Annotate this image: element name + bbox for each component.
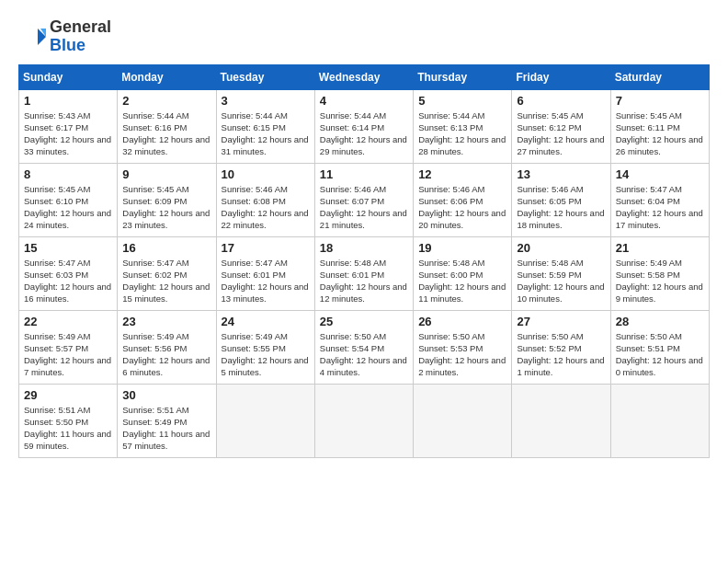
- col-header-thursday: Thursday: [414, 64, 512, 89]
- day-number: 11: [320, 167, 408, 181]
- day-cell: 2 Sunrise: 5:44 AMSunset: 6:16 PMDayligh…: [118, 89, 216, 163]
- col-header-monday: Monday: [118, 64, 216, 89]
- day-number: 28: [616, 315, 704, 328]
- day-info: Sunrise: 5:43 AMSunset: 6:17 PMDaylight:…: [24, 109, 112, 158]
- day-cell: 12 Sunrise: 5:46 AMSunset: 6:06 PMDaylig…: [414, 163, 512, 236]
- day-cell: 18 Sunrise: 5:48 AMSunset: 6:01 PMDaylig…: [314, 236, 413, 310]
- day-cell: 6 Sunrise: 5:45 AMSunset: 6:12 PMDayligh…: [512, 89, 610, 163]
- day-number: 30: [122, 388, 210, 402]
- day-number: 29: [24, 388, 112, 402]
- day-info: Sunrise: 5:45 AMSunset: 6:10 PMDaylight:…: [24, 183, 112, 232]
- day-info: Sunrise: 5:50 AMSunset: 5:52 PMDaylight:…: [517, 330, 605, 379]
- day-cell: 20 Sunrise: 5:48 AMSunset: 5:59 PMDaylig…: [512, 236, 610, 310]
- day-info: Sunrise: 5:47 AMSunset: 6:03 PMDaylight:…: [24, 257, 112, 305]
- day-number: 18: [320, 241, 408, 255]
- day-number: 21: [616, 241, 704, 255]
- logo-general-text: General: [50, 17, 111, 36]
- day-cell: [314, 384, 413, 457]
- day-cell: 4 Sunrise: 5:44 AMSunset: 6:14 PMDayligh…: [314, 89, 413, 163]
- day-number: 24: [222, 315, 310, 328]
- col-header-tuesday: Tuesday: [216, 64, 314, 89]
- day-info: Sunrise: 5:51 AMSunset: 5:49 PMDaylight:…: [122, 404, 210, 453]
- day-info: Sunrise: 5:46 AMSunset: 6:06 PMDaylight:…: [418, 183, 506, 232]
- day-cell: 23 Sunrise: 5:49 AMSunset: 5:56 PMDaylig…: [118, 310, 216, 384]
- day-cell: 5 Sunrise: 5:44 AMSunset: 6:13 PMDayligh…: [414, 89, 512, 163]
- day-info: Sunrise: 5:44 AMSunset: 6:15 PMDaylight:…: [222, 109, 310, 158]
- week-row-4: 22 Sunrise: 5:49 AMSunset: 5:57 PMDaylig…: [19, 310, 710, 384]
- day-cell: 9 Sunrise: 5:45 AMSunset: 6:09 PMDayligh…: [118, 163, 216, 236]
- day-cell: [512, 384, 610, 457]
- day-cell: 10 Sunrise: 5:46 AMSunset: 6:08 PMDaylig…: [216, 163, 314, 236]
- header: General Blue: [18, 18, 710, 55]
- logo-icon: [18, 23, 46, 51]
- day-number: 4: [320, 94, 408, 108]
- day-cell: 19 Sunrise: 5:48 AMSunset: 6:00 PMDaylig…: [414, 236, 512, 310]
- day-cell: 30 Sunrise: 5:51 AMSunset: 5:49 PMDaylig…: [118, 384, 216, 457]
- calendar-table: SundayMondayTuesdayWednesdayThursdayFrid…: [18, 64, 710, 458]
- day-info: Sunrise: 5:44 AMSunset: 6:14 PMDaylight:…: [320, 109, 408, 158]
- day-cell: 28 Sunrise: 5:50 AMSunset: 5:51 PMDaylig…: [610, 310, 709, 384]
- day-info: Sunrise: 5:47 AMSunset: 6:04 PMDaylight:…: [616, 183, 704, 232]
- day-info: Sunrise: 5:49 AMSunset: 5:57 PMDaylight:…: [24, 330, 112, 379]
- day-info: Sunrise: 5:47 AMSunset: 6:02 PMDaylight:…: [122, 257, 210, 305]
- logo: General Blue: [18, 18, 111, 55]
- day-cell: 16 Sunrise: 5:47 AMSunset: 6:02 PMDaylig…: [118, 236, 216, 310]
- day-info: Sunrise: 5:48 AMSunset: 5:59 PMDaylight:…: [517, 257, 605, 305]
- day-cell: 27 Sunrise: 5:50 AMSunset: 5:52 PMDaylig…: [512, 310, 610, 384]
- day-cell: 21 Sunrise: 5:49 AMSunset: 5:58 PMDaylig…: [610, 236, 709, 310]
- week-row-1: 1 Sunrise: 5:43 AMSunset: 6:17 PMDayligh…: [19, 89, 710, 163]
- day-cell: 22 Sunrise: 5:49 AMSunset: 5:57 PMDaylig…: [19, 310, 118, 384]
- day-info: Sunrise: 5:46 AMSunset: 6:08 PMDaylight:…: [222, 183, 310, 232]
- day-number: 17: [222, 241, 310, 255]
- day-number: 3: [222, 94, 310, 108]
- week-row-3: 15 Sunrise: 5:47 AMSunset: 6:03 PMDaylig…: [19, 236, 710, 310]
- day-info: Sunrise: 5:46 AMSunset: 6:07 PMDaylight:…: [320, 183, 408, 232]
- day-cell: 25 Sunrise: 5:50 AMSunset: 5:54 PMDaylig…: [314, 310, 413, 384]
- day-number: 22: [24, 315, 112, 328]
- day-info: Sunrise: 5:49 AMSunset: 5:55 PMDaylight:…: [222, 330, 310, 379]
- day-number: 15: [24, 241, 112, 255]
- day-number: 5: [418, 94, 506, 108]
- day-number: 10: [222, 167, 310, 181]
- day-info: Sunrise: 5:47 AMSunset: 6:01 PMDaylight:…: [222, 257, 310, 305]
- day-info: Sunrise: 5:50 AMSunset: 5:53 PMDaylight:…: [418, 330, 506, 379]
- logo-blue-text: Blue: [50, 36, 85, 54]
- day-cell: 13 Sunrise: 5:46 AMSunset: 6:05 PMDaylig…: [512, 163, 610, 236]
- day-cell: 29 Sunrise: 5:51 AMSunset: 5:50 PMDaylig…: [19, 384, 118, 457]
- day-cell: 7 Sunrise: 5:45 AMSunset: 6:11 PMDayligh…: [610, 89, 709, 163]
- day-number: 23: [122, 315, 210, 328]
- day-number: 9: [122, 167, 210, 181]
- day-info: Sunrise: 5:49 AMSunset: 5:56 PMDaylight:…: [122, 330, 210, 379]
- day-info: Sunrise: 5:50 AMSunset: 5:54 PMDaylight:…: [320, 330, 408, 379]
- day-cell: 14 Sunrise: 5:47 AMSunset: 6:04 PMDaylig…: [610, 163, 709, 236]
- day-number: 27: [517, 315, 605, 328]
- day-info: Sunrise: 5:46 AMSunset: 6:05 PMDaylight:…: [517, 183, 605, 232]
- day-cell: 3 Sunrise: 5:44 AMSunset: 6:15 PMDayligh…: [216, 89, 314, 163]
- week-row-5: 29 Sunrise: 5:51 AMSunset: 5:50 PMDaylig…: [19, 384, 710, 457]
- day-number: 14: [616, 167, 704, 181]
- col-header-wednesday: Wednesday: [314, 64, 413, 89]
- day-cell: 24 Sunrise: 5:49 AMSunset: 5:55 PMDaylig…: [216, 310, 314, 384]
- day-cell: [610, 384, 709, 457]
- day-cell: 1 Sunrise: 5:43 AMSunset: 6:17 PMDayligh…: [19, 89, 118, 163]
- week-row-2: 8 Sunrise: 5:45 AMSunset: 6:10 PMDayligh…: [19, 163, 710, 236]
- day-number: 16: [122, 241, 210, 255]
- day-number: 19: [418, 241, 506, 255]
- day-number: 6: [517, 94, 605, 108]
- day-number: 26: [418, 315, 506, 328]
- day-info: Sunrise: 5:49 AMSunset: 5:58 PMDaylight:…: [616, 257, 704, 305]
- day-info: Sunrise: 5:48 AMSunset: 6:00 PMDaylight:…: [418, 257, 506, 305]
- day-info: Sunrise: 5:48 AMSunset: 6:01 PMDaylight:…: [320, 257, 408, 305]
- day-info: Sunrise: 5:44 AMSunset: 6:13 PMDaylight:…: [418, 109, 506, 158]
- day-number: 20: [517, 241, 605, 255]
- day-info: Sunrise: 5:50 AMSunset: 5:51 PMDaylight:…: [616, 330, 704, 379]
- day-number: 13: [517, 167, 605, 181]
- col-header-saturday: Saturday: [610, 64, 709, 89]
- day-cell: 11 Sunrise: 5:46 AMSunset: 6:07 PMDaylig…: [314, 163, 413, 236]
- header-row: SundayMondayTuesdayWednesdayThursdayFrid…: [19, 64, 710, 89]
- day-cell: 8 Sunrise: 5:45 AMSunset: 6:10 PMDayligh…: [19, 163, 118, 236]
- day-number: 8: [24, 167, 112, 181]
- day-cell: 15 Sunrise: 5:47 AMSunset: 6:03 PMDaylig…: [19, 236, 118, 310]
- col-header-sunday: Sunday: [19, 64, 118, 89]
- day-info: Sunrise: 5:51 AMSunset: 5:50 PMDaylight:…: [24, 404, 112, 453]
